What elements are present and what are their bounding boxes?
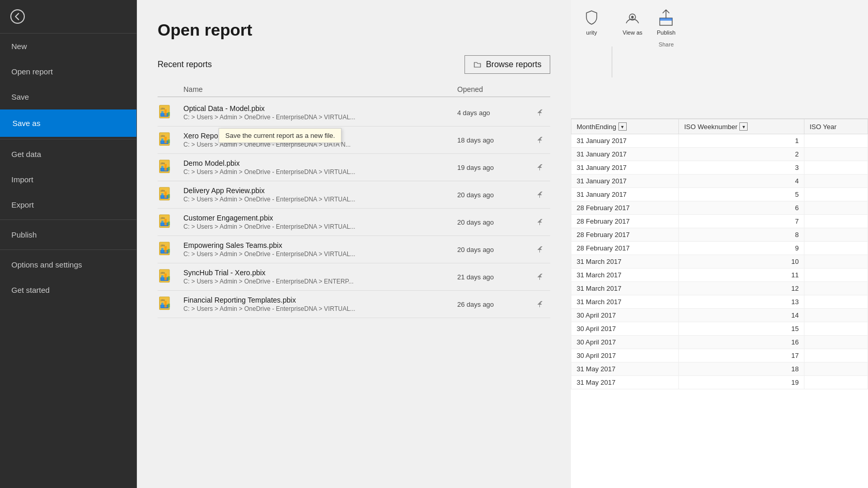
sidebar-item-options-and-settings[interactable]: Options and settings [0, 252, 136, 277]
table-row[interactable]: 31 January 2017 2 [571, 148, 868, 161]
table-row[interactable]: 31 March 2017 12 [571, 282, 868, 295]
sidebar-item-save[interactable]: Save [0, 84, 136, 109]
sidebar-item-get-data[interactable]: Get data [0, 141, 136, 167]
svg-text:pbix: pbix [161, 272, 165, 274]
cell-iso-weeknumber: 2 [679, 148, 804, 161]
svg-text:pbix: pbix [161, 107, 165, 110]
table-row[interactable]: 28 February 2017 9 [571, 242, 868, 255]
view-as-button[interactable]: View as [617, 5, 648, 39]
report-file-path: C: > Users > Admin > OneDrive - Enterpri… [183, 250, 457, 258]
table-row[interactable]: 28 February 2017 6 [571, 201, 868, 215]
back-button[interactable] [0, 0, 136, 34]
table-row[interactable]: 31 January 2017 3 [571, 161, 868, 175]
report-opened-col: 18 days ago [457, 136, 530, 144]
report-row[interactable]: pbix Financial Reporting Templates.pbix … [158, 291, 550, 318]
table-row[interactable]: 31 January 2017 4 [571, 175, 868, 188]
table-row[interactable]: 28 February 2017 8 [571, 228, 868, 242]
svg-rect-23 [167, 194, 169, 198]
table-row[interactable]: 28 February 2017 7 [571, 215, 868, 228]
report-row[interactable]: pbix Delivery App Review.pbix C: > Users… [158, 181, 550, 209]
cell-iso-year [804, 349, 867, 363]
table-row[interactable]: 31 January 2017 1 [571, 134, 868, 148]
report-pin-col[interactable] [530, 245, 550, 254]
cell-month-ending: 30 April 2017 [571, 349, 679, 363]
sidebar-divider-2 [0, 219, 136, 220]
table-row[interactable]: 31 March 2017 11 [571, 269, 868, 282]
cell-month-ending: 31 March 2017 [571, 295, 679, 309]
svg-rect-47 [167, 304, 169, 307]
report-name-col: Financial Reporting Templates.pbix C: > … [183, 296, 457, 312]
report-row[interactable]: pbix Optical Data - Model.pbix C: > User… [158, 99, 550, 127]
sidebar-item-get-started[interactable]: Get started [0, 277, 136, 303]
ribbon-publish-buttons: Publish [650, 5, 681, 39]
report-pin-col[interactable] [530, 273, 550, 281]
col-header-iso-year: ISO Year [804, 119, 867, 134]
cell-iso-year [804, 282, 867, 295]
data-table: MonthEnding ▾ ISO Weeknumber ▾ [571, 119, 868, 389]
cell-iso-year [804, 175, 867, 188]
table-row[interactable]: 31 March 2017 10 [571, 255, 868, 269]
svg-rect-5 [167, 112, 169, 116]
table-row[interactable]: 30 April 2017 15 [571, 322, 868, 336]
report-pin-col[interactable] [530, 191, 550, 199]
header-name-col: Name [183, 85, 457, 93]
table-row[interactable]: 30 April 2017 16 [571, 336, 868, 349]
pbix-file-icon: pbix [158, 242, 173, 257]
report-icon-col: pbix [158, 242, 183, 257]
open-report-panel: Open report Recent reports Browse report… [137, 0, 571, 488]
cell-iso-weeknumber: 10 [679, 255, 804, 269]
cell-iso-weeknumber: 13 [679, 295, 804, 309]
svg-rect-34 [164, 246, 166, 253]
pin-icon [536, 191, 544, 199]
table-row[interactable]: 31 May 2017 19 [571, 376, 868, 389]
pbix-file-icon: pbix [158, 214, 173, 230]
browse-reports-button[interactable]: Browse reports [464, 55, 550, 74]
sidebar-item-export[interactable]: Export [0, 192, 136, 217]
svg-rect-3 [161, 111, 163, 116]
sidebar-item-save-as[interactable]: Save as [0, 109, 136, 137]
report-file-name: Financial Reporting Templates.pbix [183, 296, 457, 304]
header-opened-col: Opened [457, 85, 530, 93]
cell-iso-weeknumber: 16 [679, 336, 804, 349]
cell-iso-weeknumber: 12 [679, 282, 804, 295]
pin-icon [536, 136, 544, 144]
report-icon-col: pbix [158, 269, 183, 285]
report-name-col: Customer Engagement.pbix C: > Users > Ad… [183, 214, 457, 230]
month-ending-filter-icon[interactable]: ▾ [618, 122, 627, 131]
cell-month-ending: 31 January 2017 [571, 175, 679, 188]
cell-month-ending: 28 February 2017 [571, 215, 679, 228]
publish-button[interactable]: Publish [650, 5, 681, 39]
table-row[interactable]: 31 May 2017 18 [571, 363, 868, 376]
report-row[interactable]: pbix SyncHub Trial - Xero.pbix C: > User… [158, 263, 550, 291]
cell-iso-weeknumber: 5 [679, 188, 804, 201]
report-row[interactable]: pbix Empowering Sales Teams.pbix C: > Us… [158, 236, 550, 263]
sidebar-item-import[interactable]: Import [0, 167, 136, 192]
report-row[interactable]: pbix Xero Reporting.pbix C: > Users > Ad… [158, 127, 550, 154]
pbix-file-icon: pbix [158, 132, 173, 148]
svg-text:pbix: pbix [161, 135, 165, 137]
report-pin-col[interactable] [530, 108, 550, 117]
report-pin-col[interactable] [530, 163, 550, 171]
sidebar-item-publish[interactable]: Publish [0, 222, 136, 247]
sidebar-item-new[interactable]: New [0, 34, 136, 59]
report-icon-col: pbix [158, 214, 183, 230]
report-pin-col[interactable] [530, 300, 550, 308]
report-name-col: Delivery App Review.pbix C: > Users > Ad… [183, 186, 457, 203]
table-row[interactable]: 30 April 2017 14 [571, 309, 868, 322]
pin-icon [536, 245, 544, 254]
cell-iso-year [804, 309, 867, 322]
report-icon-col: pbix [158, 187, 183, 202]
report-row[interactable]: pbix Demo Model.pbix C: > Users > Admin … [158, 154, 550, 181]
cell-month-ending: 28 February 2017 [571, 242, 679, 255]
table-row[interactable]: 31 January 2017 5 [571, 188, 868, 201]
report-row[interactable]: pbix Customer Engagement.pbix C: > Users… [158, 209, 550, 236]
iso-weeknumber-filter-icon[interactable]: ▾ [739, 122, 748, 131]
report-pin-col[interactable] [530, 136, 550, 144]
sidebar-item-open-report[interactable]: Open report [0, 59, 136, 84]
table-row[interactable]: 31 March 2017 13 [571, 295, 868, 309]
table-row[interactable]: 30 April 2017 17 [571, 349, 868, 363]
cell-month-ending: 31 January 2017 [571, 188, 679, 201]
report-pin-col[interactable] [530, 218, 550, 226]
header-pin-col [530, 85, 550, 93]
security-button[interactable]: urity [576, 5, 607, 39]
